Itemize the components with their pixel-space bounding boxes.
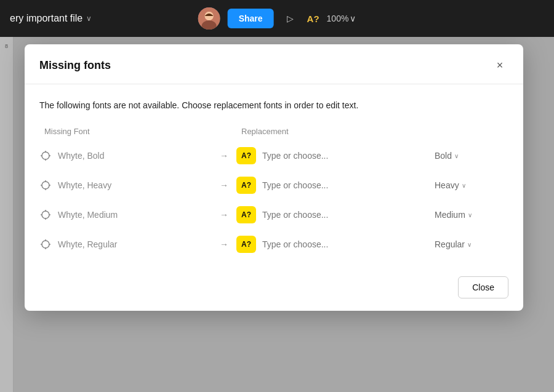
crosshair-icon bbox=[39, 209, 52, 221]
col-missing-header: Missing Font bbox=[39, 127, 212, 136]
file-title-text: ery important file bbox=[10, 13, 82, 24]
modal-description: The following fonts are not available. C… bbox=[39, 99, 508, 112]
table-row: Whyte, Bold → A? Bold ∨ bbox=[39, 141, 508, 170]
share-button[interactable]: Share bbox=[228, 9, 274, 28]
font-name: Whyte, Heavy bbox=[58, 180, 111, 190]
weight-label: Medium bbox=[435, 210, 465, 220]
font-name-cell: Whyte, Medium bbox=[39, 209, 212, 221]
avatar-image bbox=[198, 7, 220, 30]
title-chevron-icon: ∨ bbox=[86, 14, 92, 23]
svg-point-9 bbox=[42, 182, 49, 189]
font-badge: A? bbox=[236, 206, 256, 223]
close-icon: × bbox=[497, 59, 504, 72]
avatar[interactable] bbox=[198, 7, 220, 30]
col-replacement-header: Replacement bbox=[236, 127, 435, 136]
font-replacement-input[interactable] bbox=[262, 151, 370, 161]
zoom-chevron-icon: ∨ bbox=[350, 14, 356, 23]
font-button[interactable]: A? bbox=[307, 14, 319, 24]
table-row: Whyte, Regular → A? Regular ∨ bbox=[39, 230, 508, 259]
font-icon: A? bbox=[307, 14, 319, 24]
replacement-cell[interactable]: A? bbox=[236, 177, 435, 194]
svg-point-14 bbox=[42, 211, 49, 218]
table-header: Missing Font Replacement bbox=[39, 127, 508, 141]
font-name: Whyte, Regular bbox=[58, 239, 117, 249]
modal-footer: Close bbox=[25, 269, 523, 311]
weight-cell[interactable]: Bold ∨ bbox=[435, 151, 508, 161]
zoom-control[interactable]: 100% ∨ bbox=[327, 14, 356, 23]
weight-cell[interactable]: Regular ∨ bbox=[435, 239, 508, 249]
font-replacement-input[interactable] bbox=[262, 239, 370, 249]
arrow-cell: → bbox=[212, 180, 236, 190]
canvas-area: 8 Missing fonts × The following fonts ar… bbox=[0, 37, 554, 392]
modal-close-button[interactable]: × bbox=[491, 57, 508, 74]
weight-chevron-icon: ∨ bbox=[454, 153, 459, 159]
table-row: Whyte, Heavy → A? Heavy ∨ bbox=[39, 170, 508, 200]
weight-chevron-icon: ∨ bbox=[467, 241, 472, 248]
modal-body: The following fonts are not available. C… bbox=[25, 84, 523, 269]
replacement-cell[interactable]: A? bbox=[236, 206, 435, 223]
replacement-cell[interactable]: A? bbox=[236, 236, 435, 253]
arrow-cell: → bbox=[212, 239, 236, 249]
weight-cell[interactable]: Heavy ∨ bbox=[435, 180, 508, 190]
font-name: Whyte, Medium bbox=[58, 210, 118, 220]
font-badge: A? bbox=[236, 236, 256, 253]
svg-point-4 bbox=[42, 152, 49, 159]
fonts-table: Missing Font Replacement bbox=[39, 127, 508, 259]
font-name-cell: Whyte, Bold bbox=[39, 150, 212, 162]
arrow-cell: → bbox=[212, 151, 236, 161]
weight-label: Heavy bbox=[435, 180, 459, 190]
crosshair-icon bbox=[39, 238, 52, 250]
font-replacement-input[interactable] bbox=[262, 210, 370, 220]
font-badge: A? bbox=[236, 177, 256, 194]
weight-chevron-icon: ∨ bbox=[468, 212, 472, 218]
topbar: ery important file ∨ Share ▷ A? 100% bbox=[0, 0, 554, 37]
weight-chevron-icon: ∨ bbox=[462, 182, 466, 189]
font-badge: A? bbox=[236, 147, 256, 164]
topbar-center-actions: Share ▷ A? 100% ∨ bbox=[198, 7, 356, 30]
modal-overlay: Missing fonts × The following fonts are … bbox=[0, 37, 554, 392]
replacement-cell[interactable]: A? bbox=[236, 147, 435, 164]
close-dialog-button[interactable]: Close bbox=[458, 276, 508, 298]
weight-label: Regular bbox=[435, 239, 465, 249]
modal-title: Missing fonts bbox=[39, 59, 111, 72]
arrow-cell: → bbox=[212, 210, 236, 220]
crosshair-icon bbox=[39, 179, 52, 191]
svg-point-19 bbox=[42, 241, 49, 248]
crosshair-icon bbox=[39, 150, 52, 162]
zoom-value: 100% bbox=[327, 14, 349, 23]
font-name-cell: Whyte, Heavy bbox=[39, 179, 212, 191]
weight-label: Bold bbox=[435, 151, 452, 161]
play-icon: ▷ bbox=[287, 14, 294, 23]
modal-header: Missing fonts × bbox=[25, 44, 523, 84]
missing-fonts-modal: Missing fonts × The following fonts are … bbox=[25, 44, 523, 311]
font-replacement-input[interactable] bbox=[262, 180, 370, 190]
weight-cell[interactable]: Medium ∨ bbox=[435, 210, 508, 220]
table-row: Whyte, Medium → A? Medium ∨ bbox=[39, 200, 508, 230]
font-name: Whyte, Bold bbox=[58, 151, 104, 161]
font-name-cell: Whyte, Regular bbox=[39, 238, 212, 250]
play-button[interactable]: ▷ bbox=[281, 9, 300, 28]
